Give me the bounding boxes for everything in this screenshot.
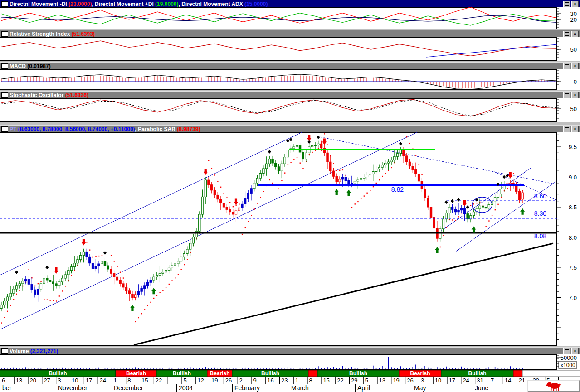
svg-text:8: 8 [127, 377, 131, 384]
panel-icon [1, 92, 8, 98]
svg-text:7.5: 7.5 [569, 264, 577, 271]
close-icon: x [574, 93, 576, 97]
svg-text:24: 24 [463, 377, 469, 384]
svg-text:15: 15 [141, 377, 148, 384]
svg-text:0: 0 [574, 78, 577, 85]
svg-text:31: 31 [477, 377, 483, 384]
svg-text:1: 1 [113, 377, 117, 384]
volume-title: Volume (2,321,271) [10, 348, 58, 354]
macd-panel: MACD (0.01987) x 0 [0, 62, 580, 90]
svg-text:27: 27 [44, 377, 50, 384]
svg-text:50: 50 [570, 106, 577, 112]
svg-text:November: November [58, 384, 88, 392]
maximize-icon [565, 2, 569, 6]
svg-text:50: 50 [570, 46, 577, 53]
svg-text:10: 10 [435, 377, 441, 384]
svg-text:Bullish: Bullish [468, 370, 486, 377]
svg-text:8.82: 8.82 [391, 186, 404, 193]
svg-text:26: 26 [407, 377, 413, 384]
directional-movement-plot: 3020 [0, 7, 580, 29]
close-button[interactable]: x [571, 63, 579, 69]
rsi-titlebar[interactable]: Relative Strength Index (51.6393) x [0, 30, 580, 37]
directional-movement-titlebar[interactable]: Directnl Movement -DI (23.0000), Directn… [0, 0, 580, 7]
panel-icon [1, 31, 8, 37]
maximize-button[interactable] [563, 92, 570, 98]
price-plot: 9.59.08.58.07.57.08.828.608.308.08 [0, 132, 580, 346]
directional-movement-panel: Directnl Movement -DI (23.0000), Directn… [0, 0, 580, 29]
svg-text:December: December [114, 384, 143, 392]
svg-text:February: February [234, 384, 260, 392]
rsi-panel: Relative Strength Index (51.6393) x 50 [0, 30, 580, 61]
svg-text:9.5: 9.5 [569, 144, 577, 150]
panel-icon [1, 63, 8, 69]
svg-text:Bearish: Bearish [210, 370, 229, 377]
macd-plot: 0 [0, 69, 580, 90]
expert-advisor-ribbon: BullishBearishBullishBearishBullishBulli… [0, 370, 580, 377]
directional-movement-title: Directnl Movement -DI (23.0000), Directn… [10, 1, 268, 7]
svg-text:23: 23 [281, 377, 288, 384]
svg-text:March: March [291, 384, 309, 392]
svg-text:19: 19 [393, 377, 399, 384]
svg-text:19: 19 [211, 377, 218, 384]
close-button[interactable]: x [571, 1, 579, 7]
svg-text:5: 5 [365, 377, 368, 384]
svg-text:8.5: 8.5 [569, 204, 577, 211]
svg-text:8.0: 8.0 [569, 234, 577, 241]
svg-text:7.0: 7.0 [569, 295, 577, 301]
macd-title: MACD (0.01987) [10, 63, 51, 69]
price-title: PT (8.63000, 8.78000, 8.56000, 8.74000, … [10, 126, 200, 132]
svg-text:9: 9 [253, 377, 256, 384]
svg-text:x1000: x1000 [561, 362, 575, 368]
svg-text:16: 16 [267, 377, 273, 384]
close-icon: x [574, 32, 576, 36]
svg-text:Bullish: Bullish [349, 370, 367, 377]
svg-text:Bullish: Bullish [49, 370, 67, 377]
svg-text:Bearish: Bearish [410, 370, 430, 377]
rsi-title: Relative Strength Index (51.6393) [10, 31, 95, 37]
svg-text:Bearish: Bearish [126, 370, 146, 377]
maximize-button[interactable] [563, 126, 570, 132]
expert-advisor-button[interactable] [527, 380, 580, 392]
svg-text:22: 22 [156, 377, 162, 384]
svg-text:22: 22 [337, 377, 343, 384]
svg-text:ber: ber [2, 384, 12, 392]
price-titlebar[interactable]: PT (8.63000, 8.78000, 8.56000, 8.74000, … [0, 125, 580, 132]
maximize-icon [565, 93, 569, 97]
stochastic-titlebar[interactable]: Stochastic Oscillator (51.6326) x [0, 91, 580, 98]
maximize-button[interactable] [563, 1, 570, 7]
svg-text:26: 26 [225, 377, 232, 384]
price-panel: PT (8.63000, 8.78000, 8.56000, 8.74000, … [0, 125, 580, 346]
maximize-icon [565, 127, 569, 131]
svg-text:8.60: 8.60 [534, 193, 546, 200]
maximize-button[interactable] [563, 348, 570, 354]
svg-text:29: 29 [351, 377, 357, 384]
close-icon: x [574, 127, 576, 131]
maximize-button[interactable] [563, 63, 570, 69]
svg-text:20: 20 [30, 377, 36, 384]
svg-text:17: 17 [449, 377, 455, 384]
svg-text:June: June [475, 384, 489, 392]
close-button[interactable]: x [571, 31, 579, 37]
close-button[interactable]: x [571, 348, 579, 354]
svg-text:9.0: 9.0 [569, 174, 577, 181]
svg-text:Bullish: Bullish [261, 370, 279, 377]
svg-text:13: 13 [16, 377, 22, 384]
svg-text:Bullish: Bullish [173, 370, 191, 377]
svg-text:7: 7 [491, 377, 494, 384]
macd-titlebar[interactable]: MACD (0.01987) x [0, 62, 580, 69]
panel-icon [1, 348, 8, 354]
close-button[interactable]: x [571, 126, 579, 132]
close-button[interactable]: x [571, 92, 579, 98]
maximize-button[interactable] [563, 31, 570, 37]
svg-text:2004: 2004 [179, 384, 193, 392]
volume-titlebar[interactable]: Volume (2,321,271) x [0, 347, 580, 354]
bear-icon [546, 380, 562, 392]
svg-text:50000: 50000 [561, 354, 577, 361]
svg-text:15: 15 [323, 377, 329, 384]
close-icon: x [574, 2, 576, 6]
maximize-icon [565, 64, 569, 68]
svg-text:8.30: 8.30 [534, 210, 546, 217]
close-icon: x [574, 64, 576, 68]
svg-text:8.08: 8.08 [534, 232, 546, 240]
svg-text:1: 1 [295, 377, 298, 384]
